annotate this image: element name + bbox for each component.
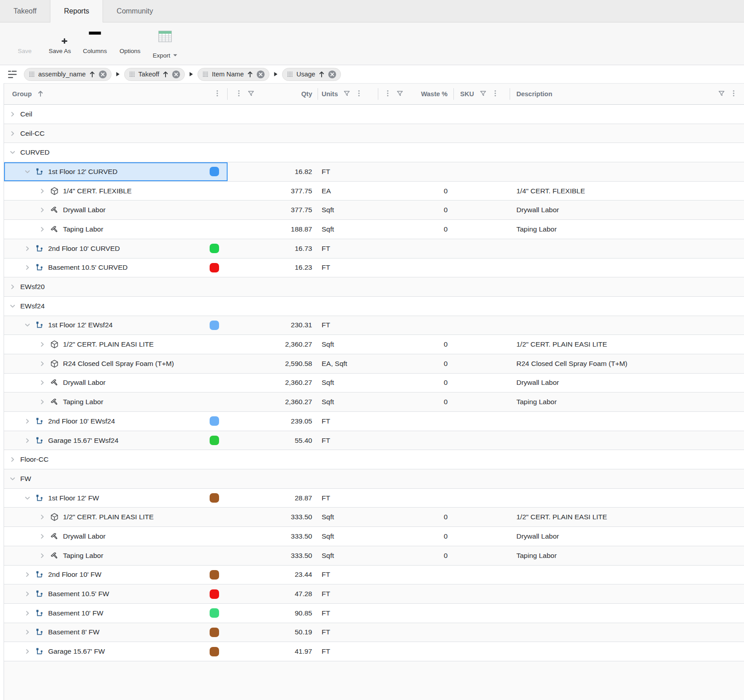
item-row[interactable]: Taping Labor2,360.27Sqft0Taping Labor bbox=[4, 392, 744, 412]
color-swatch[interactable] bbox=[210, 589, 219, 599]
chevron-right-icon[interactable] bbox=[9, 111, 16, 118]
chevron-down-icon[interactable] bbox=[24, 321, 31, 329]
column-header-waste[interactable]: Waste % bbox=[378, 84, 454, 104]
color-swatch[interactable] bbox=[210, 263, 219, 272]
group-row[interactable]: EWsf24 bbox=[4, 297, 744, 316]
sort-asc-icon[interactable] bbox=[89, 71, 95, 78]
group-pill-assembly-name[interactable]: assembly_name bbox=[24, 68, 112, 81]
sort-asc-icon[interactable] bbox=[162, 71, 169, 78]
assembly-row[interactable]: Basement 10' FW90.85FT bbox=[4, 604, 744, 623]
chevron-right-icon[interactable] bbox=[9, 283, 16, 290]
chevron-right-icon[interactable] bbox=[24, 590, 31, 597]
assembly-row[interactable]: 2nd Floor 10' FW23.44FT bbox=[4, 566, 744, 585]
group-row[interactable]: Ceil bbox=[4, 105, 744, 124]
tab-takeoff[interactable]: Takeoff bbox=[0, 0, 50, 22]
color-swatch[interactable] bbox=[210, 416, 219, 426]
chevron-right-icon[interactable] bbox=[39, 533, 46, 540]
assembly-row[interactable]: Garage 15.67' FW41.97FT bbox=[4, 642, 744, 661]
chevron-right-icon[interactable] bbox=[9, 130, 16, 137]
assembly-row[interactable]: 2nd Floor 10' CURVED16.73FT bbox=[4, 239, 744, 259]
item-row[interactable]: 1/4" CERT. FLEXIBLE377.75EA01/4" CERT. F… bbox=[4, 182, 744, 201]
chevron-right-icon[interactable] bbox=[24, 418, 31, 425]
item-row[interactable]: 1/2" CERT. PLAIN EASI LITE2,360.27Sqft01… bbox=[4, 335, 744, 354]
group-pill-usage[interactable]: Usage bbox=[282, 68, 341, 81]
color-swatch[interactable] bbox=[210, 570, 219, 580]
drag-grip-icon[interactable] bbox=[29, 71, 35, 78]
remove-group-icon[interactable] bbox=[99, 70, 107, 79]
options-button[interactable]: Options bbox=[112, 29, 148, 54]
filter-funnel-icon[interactable] bbox=[718, 90, 725, 98]
column-header-qty[interactable]: Qty bbox=[228, 84, 318, 104]
group-row[interactable]: Floor-CC bbox=[4, 450, 744, 469]
chevron-down-icon[interactable] bbox=[24, 168, 31, 175]
assembly-row[interactable]: Basement 8' FW50.19FT bbox=[4, 623, 744, 642]
chevron-down-icon[interactable] bbox=[9, 475, 16, 482]
item-row[interactable]: Drywall Labor377.75Sqft0Drywall Labor bbox=[4, 201, 744, 220]
item-row[interactable]: Taping Labor333.50Sqft0Taping Labor bbox=[4, 546, 744, 566]
remove-group-icon[interactable] bbox=[328, 70, 336, 79]
column-header-description[interactable]: Description bbox=[510, 84, 744, 104]
assembly-row[interactable]: 1st Floor 12' CURVED16.82FT bbox=[4, 162, 744, 182]
color-swatch[interactable] bbox=[210, 493, 219, 503]
chevron-right-icon[interactable] bbox=[39, 379, 46, 386]
chevron-right-icon[interactable] bbox=[24, 264, 31, 271]
group-row[interactable]: CURVED bbox=[4, 143, 744, 162]
assembly-row[interactable]: 2nd Floor 10' EWsf24239.05FT bbox=[4, 412, 744, 431]
chevron-down-icon[interactable] bbox=[24, 495, 31, 502]
assembly-row[interactable]: Garage 15.67' EWsf2455.40FT bbox=[4, 431, 744, 450]
color-swatch[interactable] bbox=[210, 167, 219, 176]
save-button[interactable]: Save bbox=[7, 29, 42, 54]
tab-community[interactable]: Community bbox=[103, 0, 166, 22]
group-pill-takeoff[interactable]: Takeoff bbox=[124, 68, 185, 81]
filter-funnel-icon[interactable] bbox=[343, 90, 350, 98]
group-row[interactable]: EWsf20 bbox=[4, 277, 744, 297]
group-row[interactable]: Ceil-CC bbox=[4, 124, 744, 143]
assembly-row[interactable]: 1st Floor 12' EWsf24230.31FT bbox=[4, 316, 744, 335]
chevron-right-icon[interactable] bbox=[24, 437, 31, 444]
item-row[interactable]: Taping Labor188.87Sqft0Taping Labor bbox=[4, 220, 744, 239]
column-menu-icon[interactable] bbox=[731, 89, 744, 98]
item-row[interactable]: Drywall Labor333.50Sqft0Drywall Labor bbox=[4, 527, 744, 546]
chevron-down-icon[interactable] bbox=[9, 303, 16, 310]
filter-funnel-icon[interactable] bbox=[247, 90, 255, 98]
chevron-right-icon[interactable] bbox=[24, 245, 31, 252]
group-row[interactable]: FW bbox=[4, 469, 744, 489]
tab-reports[interactable]: Reports bbox=[50, 0, 103, 22]
chevron-right-icon[interactable] bbox=[39, 187, 46, 195]
column-menu-icon[interactable] bbox=[356, 89, 362, 98]
color-swatch[interactable] bbox=[210, 608, 219, 618]
remove-group-icon[interactable] bbox=[172, 70, 180, 79]
item-row[interactable]: R24 Closed Cell Spray Foam (T+M)2,590.58… bbox=[4, 354, 744, 374]
color-swatch[interactable] bbox=[210, 628, 219, 637]
assembly-row[interactable]: Basement 10.5' FW47.28FT bbox=[4, 584, 744, 604]
chevron-right-icon[interactable] bbox=[39, 206, 46, 214]
column-menu-icon[interactable] bbox=[385, 89, 391, 98]
filter-funnel-icon[interactable] bbox=[396, 90, 403, 98]
chevron-right-icon[interactable] bbox=[39, 513, 46, 521]
item-row[interactable]: 1/2" CERT. PLAIN EASI LITE333.50Sqft01/2… bbox=[4, 508, 744, 527]
column-header-group[interactable]: Group bbox=[4, 84, 228, 104]
column-menu-icon[interactable] bbox=[236, 89, 242, 98]
chevron-right-icon[interactable] bbox=[24, 610, 31, 617]
column-header-sku[interactable]: SKU bbox=[454, 84, 510, 104]
chevron-right-icon[interactable] bbox=[39, 552, 46, 559]
drag-grip-icon[interactable] bbox=[287, 71, 293, 78]
chevron-right-icon[interactable] bbox=[9, 456, 16, 463]
chevron-right-icon[interactable] bbox=[39, 398, 46, 406]
sort-asc-icon[interactable] bbox=[318, 71, 325, 78]
column-header-units[interactable]: Units bbox=[318, 84, 378, 104]
color-swatch[interactable] bbox=[210, 321, 219, 330]
chevron-right-icon[interactable] bbox=[24, 571, 31, 578]
chevron-down-icon[interactable] bbox=[9, 149, 16, 156]
column-menu-icon[interactable] bbox=[214, 89, 228, 98]
chevron-right-icon[interactable] bbox=[24, 629, 31, 636]
chevron-right-icon[interactable] bbox=[39, 341, 46, 348]
drag-grip-icon[interactable] bbox=[202, 71, 209, 78]
color-swatch[interactable] bbox=[210, 436, 219, 445]
color-swatch[interactable] bbox=[210, 647, 219, 656]
remove-group-icon[interactable] bbox=[256, 70, 265, 79]
drag-grip-icon[interactable] bbox=[129, 71, 135, 78]
export-button[interactable]: Export bbox=[148, 29, 183, 63]
chevron-right-icon[interactable] bbox=[39, 226, 46, 233]
columns-button[interactable]: Columns bbox=[77, 29, 112, 54]
